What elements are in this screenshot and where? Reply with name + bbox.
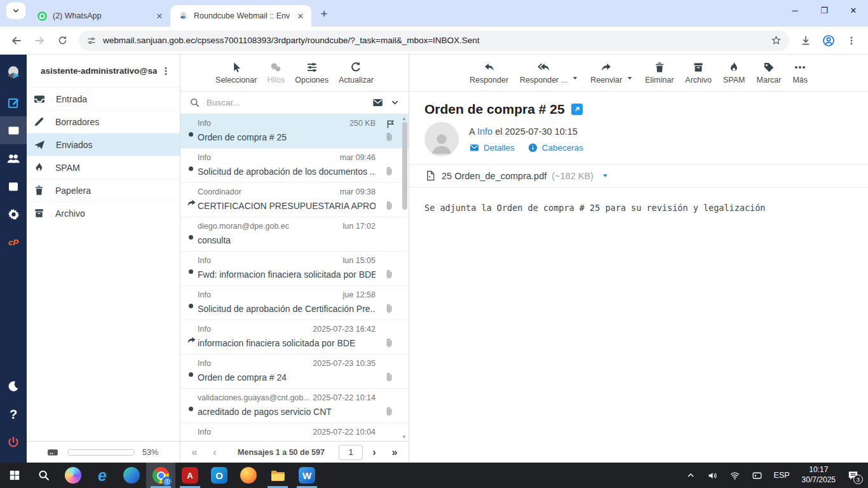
message-row[interactable]: Info lun 15:05 Fwd: informacion finacier… (180, 252, 409, 286)
account-menu-icon[interactable] (157, 66, 175, 76)
mail-nav-button[interactable] (0, 116, 27, 144)
search-bar[interactable]: Buscar... (180, 92, 409, 114)
outlook-icon[interactable]: O (205, 463, 234, 488)
compose-button[interactable] (0, 88, 27, 116)
attachment-name[interactable]: 25 Orden_de_compra.pdf (442, 171, 546, 181)
cpanel-button[interactable]: cP (0, 228, 27, 256)
folder-item[interactable]: Entrada (27, 87, 180, 110)
wifi-icon[interactable] (724, 463, 746, 488)
message-row[interactable]: Info jue 12:58 Solicitud de aprobación d… (180, 286, 409, 320)
scroll-up-arrow[interactable]: ▲ (402, 116, 407, 121)
message-row[interactable]: Info 2025-07-22 10:04 (180, 423, 409, 441)
first-page-button[interactable]: « (186, 447, 203, 458)
flag-icon[interactable] (385, 119, 396, 130)
restore-button[interactable]: ❐ (810, 0, 839, 20)
dark-mode-button[interactable] (0, 372, 27, 400)
logout-button[interactable] (0, 428, 27, 456)
message-row[interactable]: Info 2025-07-23 16:42 informacion finaci… (180, 320, 409, 355)
close-window-button[interactable]: ✕ (839, 0, 868, 20)
word-icon[interactable]: W (292, 463, 322, 488)
headers-link[interactable]: Cabeceras (527, 142, 583, 153)
contacts-nav-button[interactable] (0, 144, 27, 172)
reply-button[interactable]: Responder (470, 61, 508, 85)
folder-label: Papelera (55, 186, 91, 196)
forward-button[interactable]: Reenviar (590, 61, 622, 85)
page-input[interactable] (339, 445, 363, 460)
attachment-menu-caret-icon[interactable] (601, 172, 609, 180)
site-settings-icon[interactable] (86, 36, 97, 46)
downloads-button[interactable] (796, 30, 816, 51)
bookmark-star-icon[interactable] (771, 35, 782, 46)
mark-button[interactable]: Marcar (757, 61, 782, 85)
next-page-button[interactable]: › (365, 447, 383, 458)
internet-explorer-icon[interactable]: e (88, 463, 117, 488)
tab-search-button[interactable] (6, 3, 25, 19)
volume-icon[interactable] (702, 463, 724, 488)
reload-button[interactable] (52, 30, 72, 51)
url-text[interactable]: webmail.sanjuan.gob.ec/cpsess7001108393/… (103, 36, 764, 45)
storage-percent: 53% (142, 448, 158, 457)
search-scope-mail-icon[interactable] (372, 97, 384, 109)
file-explorer-icon[interactable] (263, 463, 292, 488)
copilot-icon[interactable] (58, 463, 88, 488)
settings-nav-button[interactable] (0, 200, 27, 228)
message-row[interactable]: validaciones.guayas@cnt.gob... 2025-07-2… (180, 389, 409, 423)
reply-all-caret-icon[interactable] (571, 74, 579, 82)
back-button[interactable] (6, 30, 27, 51)
folder-item[interactable]: Borradores (27, 110, 180, 133)
prev-page-button[interactable]: ‹ (206, 447, 224, 458)
tab-whatsapp[interactable]: (2) WhatsApp ✕ (29, 5, 170, 27)
new-tab-button[interactable]: + (315, 5, 333, 23)
select-button[interactable]: Seleccionar (215, 61, 257, 85)
last-page-button[interactable]: » (386, 447, 403, 458)
to-name-link[interactable]: Info (477, 126, 492, 137)
spam-button[interactable]: SPAM (723, 61, 745, 85)
browser-menu-button[interactable] (841, 30, 862, 51)
reply-all-button[interactable]: Responder ... (520, 61, 567, 85)
message-row[interactable]: Coordinador mar 09:38 CERTIFICACION PRES… (180, 183, 409, 217)
threads-button[interactable]: Hilos (267, 61, 285, 85)
message-row[interactable]: Info 250 KB Orden de compra # 25 (180, 114, 409, 149)
minimize-button[interactable]: ─ (780, 0, 810, 20)
message-row[interactable]: Info 2025-07-23 10:35 Orden de compra # … (180, 355, 409, 389)
options-button[interactable]: Opciones (295, 61, 329, 85)
help-button[interactable]: ? (0, 400, 27, 428)
taskbar-search-button[interactable] (29, 463, 58, 488)
archive-button[interactable]: Archivo (685, 61, 712, 85)
details-link[interactable]: Detalles (469, 142, 515, 153)
close-icon[interactable]: ✕ (154, 10, 165, 22)
firefox-icon[interactable] (234, 463, 263, 488)
acrobat-icon[interactable]: A (175, 463, 205, 488)
open-in-new-window-icon[interactable] (571, 104, 583, 115)
tab-roundcube[interactable]: Roundcube Webmail :: Enviados ✕ (170, 5, 311, 27)
search-placeholder[interactable]: Buscar... (207, 98, 365, 107)
notifications-button[interactable]: 3 (842, 463, 868, 488)
folder-item[interactable]: Archivo (27, 201, 180, 224)
address-bar[interactable]: webmail.sanjuan.gob.ec/cpsess7001108393/… (79, 30, 789, 51)
calendar-nav-button[interactable] (0, 172, 27, 200)
profile-button[interactable] (818, 30, 839, 51)
forward-caret-icon[interactable] (626, 74, 634, 82)
folder-item[interactable]: Papelera (27, 179, 180, 201)
start-button[interactable] (0, 463, 29, 488)
list-scrollbar[interactable] (402, 122, 407, 210)
display-cast-icon[interactable] (746, 463, 768, 488)
message-sender: Coordinador (198, 187, 241, 196)
chrome-icon[interactable] (146, 463, 175, 488)
folder-item[interactable]: Enviados (27, 133, 180, 156)
scroll-down-arrow[interactable]: ▼ (402, 434, 407, 440)
attachment-row[interactable]: 25 Orden_de_compra.pdf (~182 KB) (409, 164, 868, 187)
search-options-chevron-icon[interactable] (390, 98, 400, 107)
message-row[interactable]: diego.moran@dpe.gob.ec lun 17:02 consult… (180, 217, 409, 252)
forward-button[interactable] (29, 30, 50, 51)
message-row[interactable]: Info mar 09:46 Solicitud de aprobación d… (180, 149, 409, 183)
clock[interactable]: 10:17 30/7/2025 (796, 465, 842, 485)
close-icon[interactable]: ✕ (295, 10, 306, 22)
language-indicator[interactable]: ESP (768, 463, 796, 488)
tray-chevron-up-icon[interactable] (680, 463, 702, 488)
folder-item[interactable]: SPAM (27, 156, 180, 179)
refresh-button[interactable]: Actualizar (339, 61, 374, 85)
delete-button[interactable]: Eliminar (645, 61, 674, 85)
edge-icon[interactable] (117, 463, 146, 488)
more-button[interactable]: Más (792, 61, 808, 85)
